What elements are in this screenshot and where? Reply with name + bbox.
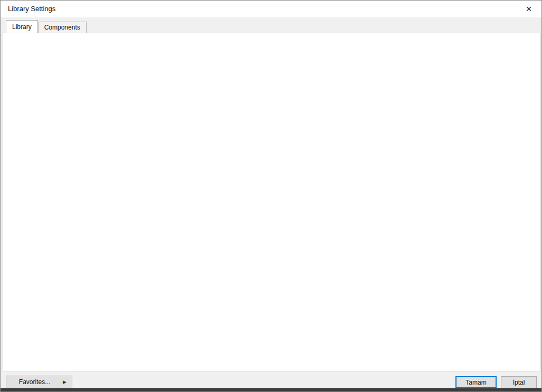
tab-library[interactable]: Library	[6, 20, 38, 33]
background-window-edge	[1, 388, 541, 391]
cancel-button[interactable]: İptal	[501, 376, 537, 388]
titlebar: Library Settings ×	[1, 1, 541, 17]
menu-arrow-icon: ▶	[63, 379, 66, 385]
tab-components[interactable]: Components	[38, 22, 87, 33]
favorites-label: Favorites...	[6, 378, 63, 386]
window-title: Library Settings	[8, 5, 55, 13]
favorites-button[interactable]: Favorites... ▶	[6, 376, 72, 388]
tabstrip: Library Components	[6, 21, 87, 33]
tab-page	[3, 33, 540, 371]
library-settings-dialog: Library Settings × Library Components +3…	[0, 0, 542, 392]
ok-button[interactable]: Tamam	[455, 376, 497, 388]
close-icon[interactable]: ×	[520, 2, 537, 16]
